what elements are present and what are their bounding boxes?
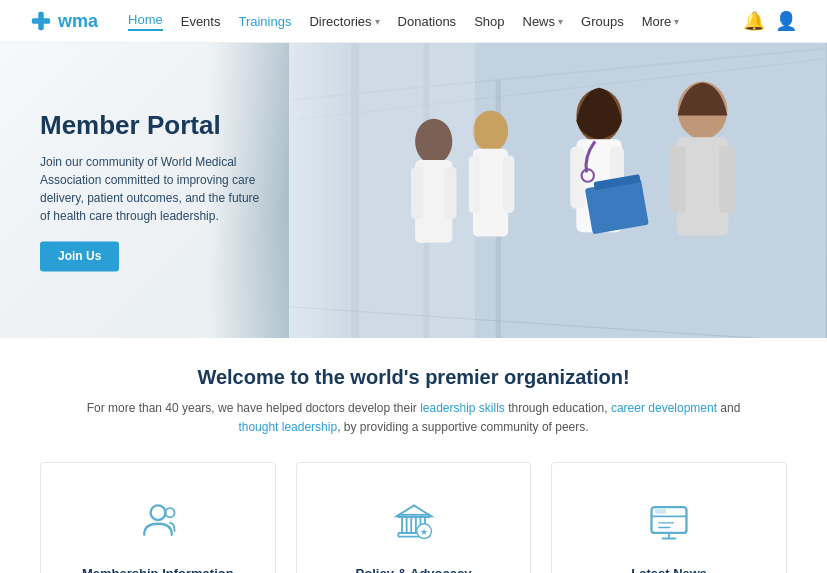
hero-image	[289, 43, 827, 338]
nav-news[interactable]: News	[523, 14, 564, 29]
policy-card[interactable]: ★ Policy & Advocacy	[296, 462, 532, 573]
navigation: wma Home Events Trainings Directories Do…	[0, 0, 827, 43]
nav-icon-area: 🔔 👤	[743, 10, 797, 32]
svg-rect-26	[670, 146, 687, 213]
logo-icon	[30, 10, 52, 32]
policy-icon: ★	[386, 493, 441, 548]
hero-content: Member Portal Join our community of Worl…	[40, 110, 260, 271]
nav-home[interactable]: Home	[128, 12, 163, 31]
policy-label: Policy & Advocacy	[317, 566, 511, 573]
svg-rect-33	[411, 516, 416, 533]
svg-rect-16	[503, 156, 514, 213]
nav-links: Home Events Trainings Directories Donati…	[128, 12, 743, 31]
career-link[interactable]: career development	[611, 401, 717, 415]
svg-rect-42	[655, 509, 666, 514]
membership-icon	[130, 493, 185, 548]
welcome-section: Welcome to the world's premier organizat…	[0, 338, 827, 457]
svg-point-29	[150, 505, 165, 520]
welcome-body: For more than 40 years, we have helped d…	[74, 399, 754, 437]
news-card[interactable]: Latest News	[551, 462, 787, 573]
nav-events[interactable]: Events	[181, 14, 221, 29]
hero-section: Member Portal Join our community of Worl…	[0, 43, 827, 338]
svg-rect-27	[719, 146, 736, 213]
membership-card[interactable]: Membership Information	[40, 462, 276, 573]
user-avatar-icon[interactable]: 👤	[775, 10, 797, 32]
svg-point-13	[473, 110, 508, 151]
cards-section: Membership Information ★ Policy & Advoca…	[0, 457, 827, 573]
news-icon	[642, 493, 697, 548]
svg-text:★: ★	[420, 527, 428, 537]
hero-title: Member Portal	[40, 110, 260, 141]
notification-icon[interactable]: 🔔	[743, 10, 765, 32]
logo-text: wma	[58, 11, 98, 32]
nav-more[interactable]: More	[642, 14, 680, 29]
svg-point-30	[165, 508, 174, 517]
thought-link[interactable]: thought leadership	[238, 420, 337, 434]
nav-directories[interactable]: Directories	[309, 14, 379, 29]
nav-donations[interactable]: Donations	[398, 14, 457, 29]
news-label: Latest News	[572, 566, 766, 573]
hero-illustration	[289, 43, 827, 338]
svg-rect-1	[32, 18, 50, 24]
membership-label: Membership Information	[61, 566, 255, 573]
welcome-heading: Welcome to the world's premier organizat…	[60, 366, 767, 389]
nav-groups[interactable]: Groups	[581, 14, 624, 29]
nav-trainings[interactable]: Trainings	[238, 14, 291, 29]
svg-rect-32	[402, 516, 407, 533]
hero-description: Join our community of World Medical Asso…	[40, 153, 260, 225]
logo[interactable]: wma	[30, 10, 98, 32]
nav-shop[interactable]: Shop	[474, 14, 504, 29]
join-us-button[interactable]: Join Us	[40, 241, 119, 271]
leadership-link[interactable]: leadership skills	[420, 401, 505, 415]
